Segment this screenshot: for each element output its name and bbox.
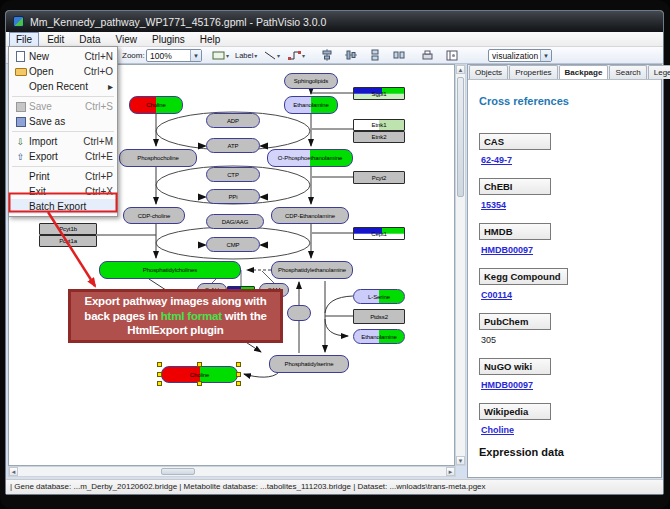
- line-tool-button[interactable]: ▾: [261, 48, 283, 62]
- pathway-node-adp[interactable]: ADP: [206, 113, 260, 128]
- visualization-dropdown-icon[interactable]: ▼: [540, 50, 551, 61]
- align-vertical-center-button[interactable]: [342, 48, 360, 62]
- zoom-combobox[interactable]: 100% ▼: [146, 49, 202, 62]
- visualization-combobox[interactable]: visualization ▼: [488, 49, 552, 62]
- file-menu-item-import[interactable]: ⇩ImportCtrl+M: [9, 134, 117, 149]
- menu-file[interactable]: File: [9, 32, 39, 47]
- pathway-node-l-serine[interactable]: L-Serine: [353, 289, 405, 304]
- menu-data[interactable]: Data: [72, 32, 107, 47]
- menu-plugins[interactable]: Plugins: [145, 32, 192, 47]
- zoom-dropdown-icon[interactable]: ▼: [190, 50, 201, 61]
- save-icon: [12, 102, 29, 112]
- pathway-node-ethanolamine-bottom[interactable]: Ethanolamine: [353, 329, 405, 344]
- tab-properties[interactable]: Properties: [509, 65, 557, 79]
- app-icon: [13, 16, 24, 27]
- pathway-node-dag-aag[interactable]: DAG/AAG: [206, 214, 264, 229]
- pathway-node-phosphocholine[interactable]: Phosphocholine: [119, 149, 197, 167]
- title-bar[interactable]: Mm_Kennedy_pathway_WP1771_45176.gpml - P…: [6, 11, 663, 32]
- xref-link[interactable]: 62-49-7: [481, 155, 661, 165]
- canvas-vertical-scrollbar[interactable]: ▲ ▼: [455, 64, 466, 466]
- xref-section-pubchem: PubChem305: [479, 311, 661, 345]
- file-menu-item-save-as[interactable]: Save as: [9, 114, 117, 129]
- file-menu-item-open[interactable]: OpenCtrl+O: [9, 64, 117, 79]
- pathway-node-phosphatidylcholines[interactable]: Phosphatidylcholines: [99, 261, 241, 279]
- xref-link[interactable]: HMDB00097: [481, 380, 661, 390]
- pathway-node-pcyt1b[interactable]: Pcyt1b: [39, 223, 97, 235]
- sidebar-toggle-button[interactable]: [443, 48, 461, 62]
- submenu-arrow-icon: ▸: [108, 81, 113, 92]
- pathway-node-ethanolamine-top[interactable]: Ethanolamine: [284, 96, 338, 114]
- scroll-right-arrow[interactable]: ►: [446, 467, 455, 476]
- file-menu-item-new[interactable]: NewCtrl+N: [9, 49, 117, 64]
- selection-handle[interactable]: [157, 372, 162, 377]
- selection-handle[interactable]: [157, 381, 162, 386]
- selection-handle[interactable]: [157, 362, 162, 367]
- pathway-node-pcyt1a[interactable]: Pcyt1a: [39, 235, 97, 247]
- node-label: Ptdss2: [370, 314, 388, 320]
- xref-header: NuGO wiki: [479, 358, 551, 375]
- callout-highlight: html format: [161, 310, 222, 322]
- node-label: Cept1: [371, 231, 387, 237]
- selection-handle[interactable]: [236, 362, 241, 367]
- stack-horizontal-button[interactable]: [390, 48, 408, 62]
- file-menu-item-save[interactable]: SaveCtrl+S: [9, 99, 117, 114]
- selection-handle[interactable]: [236, 372, 241, 377]
- xref-link[interactable]: HMDB00097: [481, 245, 661, 255]
- pathway-node-etnk2[interactable]: Etnk2: [353, 131, 405, 143]
- pathway-node-pcyt2[interactable]: Pcyt2: [353, 171, 405, 184]
- datanode-tool-icon: [212, 50, 225, 61]
- pathway-node-ptdss2[interactable]: Ptdss2: [353, 309, 405, 324]
- file-menu-item-batch-export[interactable]: Batch Export: [9, 199, 117, 214]
- tab-objects[interactable]: Objects: [469, 65, 508, 79]
- tab-legend[interactable]: Legend: [648, 65, 670, 79]
- stack-vertical-button[interactable]: [366, 48, 384, 62]
- tab-backpage[interactable]: Backpage: [559, 65, 609, 79]
- pathway-node-sphingolipids[interactable]: Sphingolipids: [284, 73, 338, 89]
- scroll-down-arrow[interactable]: ▼: [456, 456, 465, 465]
- pathway-node-cdp-choline[interactable]: CDP-choline: [123, 207, 185, 224]
- print-button[interactable]: [418, 48, 437, 62]
- xref-link[interactable]: 15354: [481, 200, 661, 210]
- pathway-node-cept1[interactable]: Cept1: [353, 227, 405, 240]
- pathway-node-node-partial[interactable]: [287, 305, 311, 321]
- xref-link[interactable]: Choline: [481, 425, 661, 435]
- selection-handle[interactable]: [236, 381, 241, 386]
- menu-view[interactable]: View: [108, 32, 144, 47]
- backpage-content: Cross references CAS62-49-7ChEBI15354HMD…: [468, 81, 661, 477]
- tab-search[interactable]: Search: [609, 65, 646, 79]
- vertical-scroll-thumb[interactable]: [457, 77, 464, 197]
- selection-handle[interactable]: [197, 381, 202, 386]
- menu-help[interactable]: Help: [193, 32, 228, 47]
- xref-link[interactable]: C00114: [481, 290, 661, 300]
- file-menu-item-exit[interactable]: ExitCtrl+X: [9, 184, 117, 199]
- pathway-node-phosphatidylethanolamine[interactable]: Phosphatidylethanolamine: [271, 261, 353, 279]
- menu-item-label: Open: [29, 66, 84, 77]
- file-menu-item-open-recent[interactable]: Open Recent▸: [9, 79, 117, 94]
- node-label: Ethanolamine: [361, 334, 397, 340]
- horizontal-scroll-thumb[interactable]: [161, 468, 195, 475]
- pathway-node-cdp-ethanolamine[interactable]: CDP-Ethanolamine: [271, 207, 349, 224]
- connector-tool-button[interactable]: ▾: [285, 48, 308, 62]
- canvas-horizontal-scrollbar[interactable]: ◄ ►: [8, 466, 456, 477]
- pathway-node-o-phosphoethanolamine[interactable]: O-Phosphoethanolamine: [267, 149, 353, 167]
- pathway-node-phosphatidylserine[interactable]: Phosphatidylserine: [269, 355, 349, 373]
- label-tool-button[interactable]: Label▾: [232, 48, 260, 62]
- pathway-node-choline-top[interactable]: Choline: [129, 96, 183, 114]
- pathway-node-ppi[interactable]: PPi: [206, 189, 260, 204]
- xref-header: ChEBI: [479, 178, 551, 195]
- menu-edit[interactable]: Edit: [40, 32, 71, 47]
- pathway-node-ctp[interactable]: CTP: [206, 167, 260, 182]
- pathway-node-cmp[interactable]: CMP: [206, 237, 260, 252]
- file-menu-item-export[interactable]: ⇧ExportCtrl+E: [9, 149, 117, 164]
- file-menu-item-print[interactable]: PrintCtrl+P: [9, 169, 117, 184]
- visualization-value: visualization: [492, 51, 538, 61]
- selection-handle[interactable]: [197, 362, 202, 367]
- align-horizontal-center-button[interactable]: [318, 48, 336, 62]
- pathway-node-atp[interactable]: ATP: [206, 138, 260, 153]
- pathway-node-etnk1[interactable]: Etnk1: [353, 119, 405, 131]
- scroll-up-arrow[interactable]: ▲: [456, 65, 465, 74]
- pathway-node-sgpl1[interactable]: Sgpl1: [353, 87, 405, 100]
- scroll-left-arrow[interactable]: ◄: [9, 467, 18, 476]
- datanode-tool-button[interactable]: ▾: [209, 48, 232, 62]
- side-panel-tabs: ObjectsPropertiesBackpageSearchLegend: [468, 65, 661, 80]
